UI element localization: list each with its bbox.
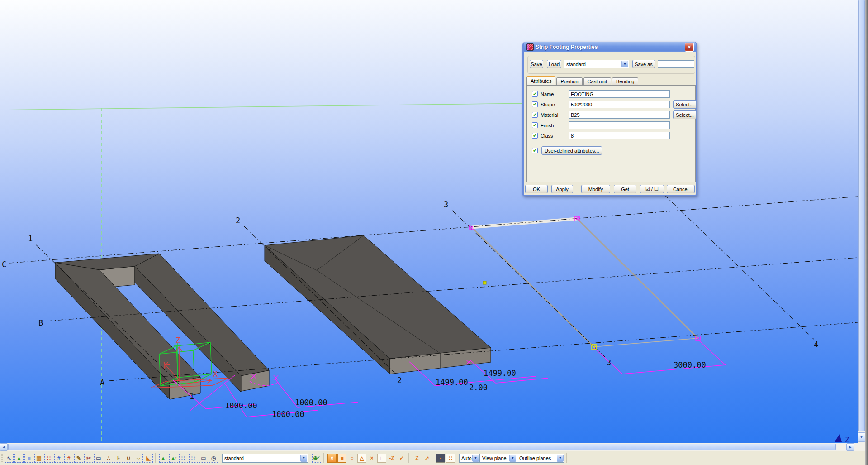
select-surfaces-switch-icon[interactable]: ▦ <box>34 454 43 463</box>
select-filter-globe-icon[interactable]: ⊕✓ <box>312 454 321 463</box>
cancel-button[interactable]: Cancel <box>667 185 695 193</box>
save-as-button[interactable]: Save as <box>632 60 655 68</box>
ortho-toggle-icon[interactable]: ▪ <box>436 454 445 463</box>
handle-select-toggle-icon[interactable]: ∷ <box>446 454 455 463</box>
shape-input[interactable] <box>569 101 670 108</box>
class-checkbox[interactable]: ✔ <box>532 133 538 139</box>
grid-line-4[interactable] <box>656 187 814 339</box>
grid-line-C[interactable] <box>9 197 858 263</box>
select-grid-lines-switch-icon[interactable]: # <box>64 454 73 463</box>
snap-extension-lines-icon[interactable]: -Z <box>387 454 396 463</box>
class-input[interactable] <box>569 132 670 139</box>
select-all-switch-icon[interactable]: ▲ <box>14 454 24 463</box>
uda-checkbox[interactable]: ✔ <box>532 148 538 153</box>
assembly-select-up-icon[interactable]: ▲↑ <box>169 454 178 463</box>
vscroll-down-button[interactable]: ▼ <box>858 432 865 442</box>
strip-footing-properties-dialog[interactable]: Strip Footing Properties × Save Load sta… <box>522 42 697 196</box>
component-select-down-icon[interactable]: ∷↓ <box>179 454 188 463</box>
chevron-down-icon[interactable]: ▼ <box>300 455 307 462</box>
select-points-switch-icon[interactable]: ∷ <box>44 454 53 463</box>
hscroll-left-button[interactable]: ◀ <box>0 443 8 451</box>
work-plane-dropdown[interactable]: View plane▼ <box>480 454 517 463</box>
close-icon[interactable]: × <box>685 43 694 52</box>
select-annotations-switch-icon[interactable]: ✎ <box>74 454 83 463</box>
dim-label-1000-1: 1000.00 <box>225 401 257 410</box>
snap-tracking-icon[interactable]: ↗ <box>422 454 432 463</box>
strip-footing-1[interactable] <box>55 254 269 399</box>
assembly-select-down-icon[interactable]: ▲↓ <box>159 454 168 463</box>
modify-button[interactable]: Modify <box>581 185 610 193</box>
material-select-button[interactable]: Select... <box>673 110 697 119</box>
model-viewport[interactable]: 1231234CBA1000.001000.001000.001499.002.… <box>0 0 858 443</box>
chevron-down-icon[interactable]: ▼ <box>621 61 628 67</box>
grid-label-3-bottom: 3 <box>607 358 611 367</box>
hscroll-right-button[interactable]: ▶ <box>846 443 854 451</box>
snap-cross-2 <box>274 375 278 380</box>
get-button[interactable]: Get <box>614 185 636 193</box>
strip-footing-2[interactable] <box>265 235 491 374</box>
hscroll-thumb[interactable] <box>8 444 836 450</box>
finish-checkbox[interactable]: ✔ <box>532 122 538 128</box>
chevron-down-icon[interactable]: ▼ <box>509 455 516 462</box>
dim-label-1000-2: 1000.00 <box>272 410 304 419</box>
snap-depth-dropdown[interactable]: Auto▼ <box>459 454 480 463</box>
apply-button[interactable]: Apply <box>551 185 573 193</box>
vscroll-thumb[interactable] <box>858 0 865 431</box>
select-rebar-switch-icon[interactable]: ⌣ <box>134 454 143 463</box>
snap-intersections-icon[interactable]: × <box>367 454 376 463</box>
tab-attributes[interactable]: Attributes <box>526 76 555 85</box>
strip-footing-3-selection[interactable] <box>472 219 698 347</box>
snap-nearest-points-icon[interactable]: ○ <box>347 454 356 463</box>
select-parts-switch-icon[interactable]: ■ <box>24 454 33 463</box>
selection-filter-combo[interactable]: standard▼ <box>222 454 308 463</box>
material-checkbox[interactable]: ✔ <box>532 112 538 118</box>
select-cuts-switch-icon[interactable]: ✂ <box>84 454 93 463</box>
name-checkbox[interactable]: ✔ <box>532 91 538 97</box>
snap-free-icon[interactable]: ✓ <box>397 454 406 463</box>
snap-reference-points-icon[interactable]: × <box>327 454 337 463</box>
tekla-application-window: 1231234CBA1000.001000.001000.001499.002.… <box>0 0 868 465</box>
class-label: Class <box>541 133 553 139</box>
grid-label-B: B <box>38 318 43 327</box>
user-defined-attributes-button[interactable]: User-defined attributes... <box>541 146 602 155</box>
toolbar-grip[interactable] <box>1 453 3 463</box>
chevron-down-icon[interactable]: ▼ <box>472 455 479 462</box>
component-select-up-icon[interactable]: ∷↑ <box>189 454 198 463</box>
select-objects-switch-icon[interactable]: ↖ <box>5 454 14 463</box>
chevron-down-icon[interactable]: ▼ <box>557 455 564 462</box>
pointer-history-icon[interactable]: ◷ <box>209 454 218 463</box>
select-views-switch-icon[interactable]: ▭ <box>94 454 103 463</box>
tab-position[interactable]: Position <box>556 77 582 86</box>
tab-bending[interactable]: Bending <box>612 77 638 86</box>
shape-select-button[interactable]: Select... <box>673 100 697 109</box>
workplane-switch-icon[interactable]: ▭ <box>199 454 208 463</box>
select-grids-switch-icon[interactable]: # <box>54 454 63 463</box>
plane-display-dropdown[interactable]: Outline planes▼ <box>517 454 564 463</box>
select-welds-switch-icon[interactable]: ∪ <box>124 454 133 463</box>
snap-any-position-icon[interactable]: △ <box>357 454 366 463</box>
snap-depth-dropdown-value: Auto <box>461 455 472 461</box>
handle-midpoint[interactable] <box>483 281 486 284</box>
snap-geometry-points-icon[interactable]: ■ <box>337 454 346 463</box>
save-as-input[interactable] <box>658 60 694 68</box>
name-input[interactable] <box>569 90 670 98</box>
select-bolts-switch-icon[interactable]: ⊦ <box>114 454 123 463</box>
finish-input[interactable] <box>569 121 670 129</box>
horizontal-scrollbar[interactable]: ◀ ▶ <box>0 443 858 451</box>
select-fittings-switch-icon[interactable]: ∴ <box>104 454 113 463</box>
vertical-scrollbar[interactable]: ▼ <box>858 0 865 451</box>
save-button[interactable]: Save <box>530 60 543 68</box>
dialog-titlebar[interactable]: Strip Footing Properties × <box>524 42 696 52</box>
tab-cast-unit[interactable]: Cast unit <box>583 77 611 86</box>
plane-display-dropdown-value: Outline planes <box>519 455 551 461</box>
material-input[interactable] <box>569 111 670 119</box>
select-components-switch-icon[interactable]: ◣ <box>144 454 153 463</box>
snap-override-depth-icon[interactable]: Z <box>413 454 422 463</box>
toggle-all-button[interactable]: ☑ / ☐ <box>640 185 664 193</box>
profile-combo[interactable]: standard ▼ <box>564 60 629 68</box>
shape-checkbox[interactable]: ✔ <box>532 101 538 107</box>
load-button[interactable]: Load <box>547 60 561 68</box>
toolbar-separator <box>323 453 325 463</box>
snap-perpendicular-icon[interactable]: ∟ <box>377 454 386 463</box>
ok-button[interactable]: OK <box>525 185 548 193</box>
